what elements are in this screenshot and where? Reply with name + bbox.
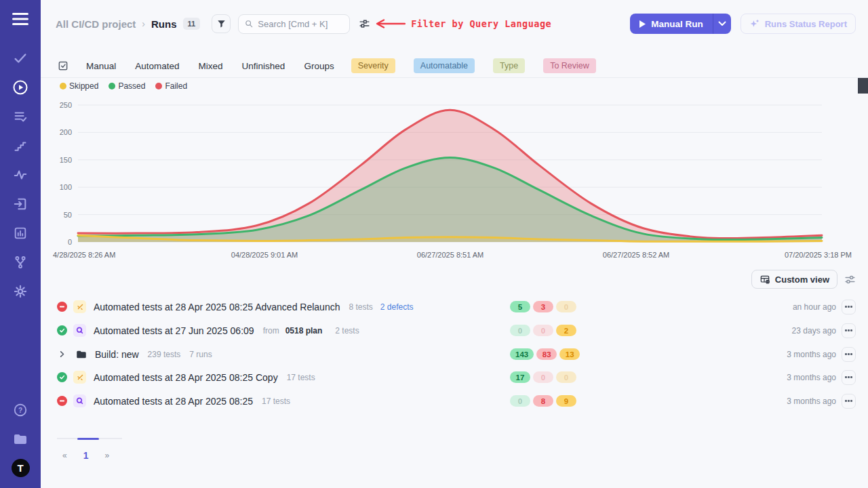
svg-text:150: 150 xyxy=(60,156,72,164)
group-title[interactable]: Build: new xyxy=(95,349,139,360)
runs-status-report-button[interactable]: Runs Status Report xyxy=(741,14,856,34)
help-icon[interactable]: ? xyxy=(0,395,41,424)
svg-text:4/28/2025 8:26 AM: 4/28/2025 8:26 AM xyxy=(53,251,115,259)
import-icon[interactable] xyxy=(0,189,41,218)
svg-text:04/28/2025 9:01 AM: 04/28/2025 9:01 AM xyxy=(231,251,298,259)
failed-count-badge: 83 xyxy=(536,348,557,360)
run-title[interactable]: Automated tests at 28 Apr 2025 08:25 Cop… xyxy=(94,372,278,383)
failed-count-badge: 0 xyxy=(533,371,553,383)
skipped-dot-icon xyxy=(60,83,66,89)
row-menu-button[interactable] xyxy=(842,323,856,338)
passed-count-badge: 0 xyxy=(510,325,530,336)
legend-label: Passed xyxy=(118,81,145,91)
chip-automatable[interactable]: Automatable xyxy=(414,58,475,73)
tab-unfinished[interactable]: Unfinished xyxy=(242,61,285,71)
run-row[interactable]: Automated tests at 27 Jun 2025 06:09 fro… xyxy=(57,319,856,342)
run-plan-name[interactable]: 0518 plan xyxy=(285,326,323,336)
status-passed-icon xyxy=(57,325,67,336)
run-title[interactable]: Automated tests at 28 Apr 2025 08:25 Adv… xyxy=(94,302,340,312)
expand-chevron-icon[interactable] xyxy=(57,350,66,358)
projects-folder-icon[interactable] xyxy=(0,424,41,453)
automation-sparkle-icon xyxy=(73,371,86,384)
list-settings-button[interactable] xyxy=(844,274,856,285)
run-title[interactable]: Automated tests at 27 Jun 2025 06:09 xyxy=(94,325,254,336)
row-menu-button[interactable] xyxy=(842,394,856,409)
runs-play-icon[interactable] xyxy=(0,73,41,102)
test-cases-icon[interactable] xyxy=(0,43,41,73)
result-badges: 143 83 13 xyxy=(510,348,580,360)
custom-view-button[interactable]: Custom view xyxy=(751,270,837,289)
tab-groups[interactable]: Groups xyxy=(304,61,334,71)
skipped-count-badge: 0 xyxy=(556,371,576,383)
search-input[interactable] xyxy=(258,19,343,29)
row-menu-button[interactable] xyxy=(842,370,856,385)
row-menu-button[interactable] xyxy=(842,347,856,362)
svg-text:250: 250 xyxy=(60,101,72,109)
manual-run-dropdown-button[interactable] xyxy=(713,14,731,34)
pagination-prev-button[interactable]: « xyxy=(62,451,67,460)
tabs-group: Manual Automated Mixed Unfinished Groups xyxy=(86,61,334,71)
skipped-count-badge: 0 xyxy=(556,301,576,312)
chart-legend: Skipped Passed Failed xyxy=(60,81,187,91)
breadcrumb-page-title: Runs xyxy=(151,18,177,30)
legend-item-passed[interactable]: Passed xyxy=(108,81,145,91)
legend-item-failed[interactable]: Failed xyxy=(155,81,187,91)
folder-icon xyxy=(75,348,87,361)
header: All CI/CD project › Runs 11 Filter by Qu… xyxy=(56,12,856,36)
run-group-row[interactable]: Build: new 239 tests 7 runs 143 83 13 3 … xyxy=(57,342,856,366)
test-plans-icon[interactable] xyxy=(0,102,41,131)
query-filter-button[interactable] xyxy=(359,18,370,30)
failed-dot-icon xyxy=(155,83,162,89)
view-controls: Custom view xyxy=(751,270,856,289)
svg-text:200: 200 xyxy=(60,128,72,136)
qase-app-icon xyxy=(73,324,86,337)
logo-avatar: T xyxy=(12,459,30,477)
run-defects-link[interactable]: 2 defects xyxy=(380,302,414,312)
run-row[interactable]: Automated tests at 28 Apr 2025 08:25 Adv… xyxy=(57,295,856,319)
tab-manual[interactable]: Manual xyxy=(86,61,116,71)
activity-pulse-icon[interactable] xyxy=(0,160,41,189)
status-passed-icon xyxy=(57,372,67,382)
chip-severity[interactable]: Severity xyxy=(351,58,395,73)
breadcrumb-project[interactable]: All CI/CD project xyxy=(56,18,136,30)
run-tests-count: 17 tests xyxy=(262,396,290,406)
pagination-next-button[interactable]: » xyxy=(104,451,109,460)
chevron-down-icon xyxy=(718,21,726,26)
group-runs-count: 7 runs xyxy=(189,350,212,359)
legend-item-skipped[interactable]: Skipped xyxy=(60,81,98,91)
run-timestamp: 3 months ago xyxy=(787,373,836,382)
search-box[interactable] xyxy=(238,14,350,34)
runs-area-chart: 0501001502002504/28/2025 8:26 AM04/28/20… xyxy=(41,88,868,264)
annotation-text: Filter by Query Language xyxy=(411,18,551,29)
pagination-page-1[interactable]: 1 xyxy=(83,450,89,461)
scrollbar-thumb[interactable] xyxy=(858,78,868,94)
svg-text:07/20/2025 3:18 PM: 07/20/2025 3:18 PM xyxy=(785,251,852,259)
svg-text:100: 100 xyxy=(60,183,72,191)
run-row[interactable]: Automated tests at 28 Apr 2025 08:25 17 … xyxy=(57,389,856,413)
tabs-bar: Manual Automated Mixed Unfinished Groups… xyxy=(41,54,868,78)
tab-mixed[interactable]: Mixed xyxy=(199,61,223,71)
milestones-icon[interactable] xyxy=(0,247,41,277)
run-title[interactable]: Automated tests at 28 Apr 2025 08:25 xyxy=(94,396,253,407)
tab-automated[interactable]: Automated xyxy=(135,61,179,71)
status-failed-icon xyxy=(57,302,67,312)
svg-text:50: 50 xyxy=(64,211,72,219)
run-row[interactable]: Automated tests at 28 Apr 2025 08:25 Cop… xyxy=(57,365,856,389)
shared-steps-icon[interactable] xyxy=(0,131,41,160)
chip-type[interactable]: Type xyxy=(493,58,525,73)
annotation-arrow-icon xyxy=(374,19,406,28)
svg-text:?: ? xyxy=(18,406,22,413)
row-menu-button[interactable] xyxy=(842,300,856,314)
menu-icon[interactable] xyxy=(0,0,41,38)
select-all-button[interactable] xyxy=(57,60,69,72)
run-timestamp: 3 months ago xyxy=(787,396,836,406)
settings-gear-icon[interactable] xyxy=(0,277,41,306)
filter-funnel-button[interactable] xyxy=(212,14,231,33)
sparkles-icon xyxy=(749,18,760,29)
manual-run-button[interactable]: Manual Run xyxy=(630,14,713,34)
chip-to-review[interactable]: To Review xyxy=(543,58,596,73)
passed-count-badge: 17 xyxy=(510,371,530,383)
analytics-icon[interactable] xyxy=(0,218,41,247)
filter-chips: Severity Automatable Type To Review xyxy=(351,58,596,73)
workspace-logo[interactable]: T xyxy=(0,453,41,483)
